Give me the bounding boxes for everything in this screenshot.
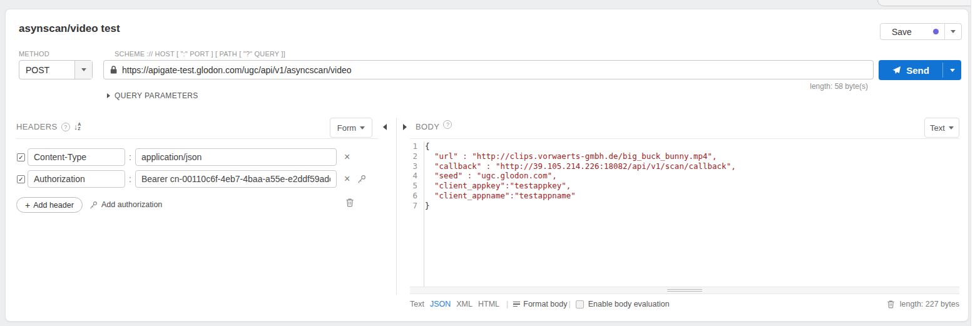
sort-az-button[interactable]: ↓ AZ	[74, 123, 81, 131]
unsaved-indicator-dot	[933, 29, 939, 34]
add-authorization-button[interactable]: Add authorization	[89, 200, 162, 209]
code-line: 2 "url" : "http://clips.vorwaerts-gmbh.d…	[410, 151, 959, 161]
remove-header-button[interactable]: ×	[344, 175, 350, 183]
code-line: 3 "callback" : "http://39.105.214.226:18…	[410, 161, 959, 171]
body-code-editor[interactable]: 1 { 2 "url" : "http://clips.vorwaerts-gm…	[410, 141, 959, 287]
header-name-input[interactable]	[28, 148, 125, 166]
url-input[interactable]	[122, 65, 867, 75]
floating-panel-edge	[877, 0, 980, 6]
key-icon[interactable]	[357, 175, 366, 183]
add-header-button[interactable]: + Add header	[16, 197, 83, 213]
body-length-label: length: 227 bytes	[900, 300, 959, 308]
url-field[interactable]	[103, 60, 874, 79]
method-dropdown-toggle[interactable]	[74, 61, 92, 79]
trash-icon[interactable]	[345, 198, 354, 207]
right-edge-strip	[971, 0, 980, 326]
code-text: {	[421, 141, 430, 151]
headers-title: HEADERS	[16, 122, 58, 131]
code-text: "callback" : "http://39.105.214.226:1808…	[421, 161, 736, 171]
chevron-down-icon	[81, 68, 86, 71]
header-name-input[interactable]	[28, 170, 125, 188]
chevron-down-icon	[360, 126, 365, 130]
chevron-down-icon	[950, 69, 955, 72]
headers-section-head: HEADERS ? ↓ AZ	[16, 122, 81, 131]
save-button[interactable]: Save	[880, 23, 962, 40]
body-type-xml[interactable]: XML	[456, 300, 472, 308]
format-body-label: Format body	[523, 300, 567, 308]
body-separator-line	[410, 138, 959, 139]
expand-right-pane-button[interactable]	[403, 124, 407, 130]
body-type-text[interactable]: Text	[410, 300, 424, 308]
query-parameters-toggle[interactable]: QUERY PARAMETERS	[107, 91, 198, 100]
line-number: 7	[410, 201, 421, 211]
line-number: 4	[410, 171, 421, 181]
header-enabled-checkbox[interactable]: ✓	[17, 153, 25, 161]
enable-body-evaluation-label: Enable body evaluation	[588, 300, 670, 308]
separator: |	[506, 300, 508, 308]
code-line: 1 {	[410, 141, 959, 151]
evaluation-checkbox[interactable]	[576, 300, 584, 308]
code-text: "seed" : "ugc.glodon.com",	[421, 171, 557, 181]
method-label: METHOD	[19, 50, 49, 58]
code-line: 4 "seed" : "ugc.glodon.com",	[410, 171, 959, 181]
code-text: "client_appkey":"testappkey",	[421, 181, 571, 191]
header-enabled-checkbox[interactable]: ✓	[17, 175, 25, 183]
colon-separator: :	[129, 174, 131, 184]
help-icon[interactable]: ?	[61, 123, 70, 131]
code-line: 7 }	[410, 201, 959, 211]
editor-resize-handle[interactable]	[410, 287, 959, 294]
enable-body-evaluation-toggle[interactable]: Enable body evaluation	[576, 300, 670, 308]
send-dropdown-toggle[interactable]	[943, 60, 961, 80]
triangle-right-icon	[107, 93, 110, 98]
code-text: }	[421, 201, 430, 211]
method-value: POST	[19, 61, 74, 79]
page-title: asynscan/video test	[19, 23, 120, 35]
send-button[interactable]: Send	[879, 60, 961, 80]
trash-icon[interactable]	[887, 300, 895, 308]
grip-icon	[667, 291, 702, 292]
remove-header-button[interactable]: ×	[344, 153, 350, 161]
add-header-label: Add header	[33, 201, 74, 210]
collapse-left-pane-button[interactable]	[383, 124, 387, 130]
body-title: BODY	[416, 122, 439, 131]
help-icon[interactable]: ?	[443, 120, 452, 129]
code-line: 5 "client_appkey":"testappkey",	[410, 181, 959, 191]
line-number: 3	[410, 161, 421, 171]
lock-icon	[110, 66, 117, 74]
body-footer-bar: Text JSON XML HTML | Format body | Enabl…	[410, 298, 959, 310]
body-type-html[interactable]: HTML	[478, 300, 499, 308]
format-body-button[interactable]: Format body	[513, 300, 567, 308]
header-value-input[interactable]	[135, 148, 337, 166]
body-mode-label: Text	[930, 123, 945, 133]
align-lines-icon	[513, 302, 520, 307]
body-section-head: BODY ?	[416, 122, 452, 131]
plus-icon: +	[25, 200, 30, 210]
line-number: 5	[410, 181, 421, 191]
code-text: "client_appname":"testappname"	[421, 191, 576, 201]
sort-az-letters: AZ	[78, 123, 81, 131]
body-mode-dropdown[interactable]: Text	[924, 118, 959, 138]
body-type-json[interactable]: JSON	[430, 300, 451, 308]
send-button-label: Send	[906, 65, 929, 76]
add-authorization-label: Add authorization	[101, 200, 162, 209]
header-value-input[interactable]	[135, 170, 337, 188]
line-number: 2	[410, 151, 421, 161]
query-parameters-label: QUERY PARAMETERS	[115, 91, 198, 100]
key-icon	[89, 201, 98, 209]
code-text: "url" : "http://clips.vorwaerts-gmbh.de/…	[421, 151, 717, 161]
chevron-down-icon	[949, 126, 954, 130]
editor-gutter-line	[424, 141, 424, 287]
scheme-label: SCHEME :// HOST [ ":" PORT ] [ PATH [ "?…	[115, 50, 285, 58]
chevron-down-icon	[951, 30, 956, 33]
paper-plane-icon	[892, 66, 901, 75]
headers-mode-label: Form	[337, 123, 356, 133]
save-dropdown-toggle[interactable]	[945, 24, 961, 39]
method-select[interactable]: POST	[19, 60, 93, 79]
url-length-label: length: 58 byte(s)	[743, 82, 868, 91]
colon-separator: :	[129, 152, 131, 162]
headers-separator-line	[16, 138, 378, 139]
pane-divider	[396, 118, 397, 295]
line-number: 1	[410, 141, 421, 151]
headers-mode-dropdown[interactable]: Form	[330, 118, 372, 138]
header-row: ✓ : ×	[17, 170, 399, 188]
